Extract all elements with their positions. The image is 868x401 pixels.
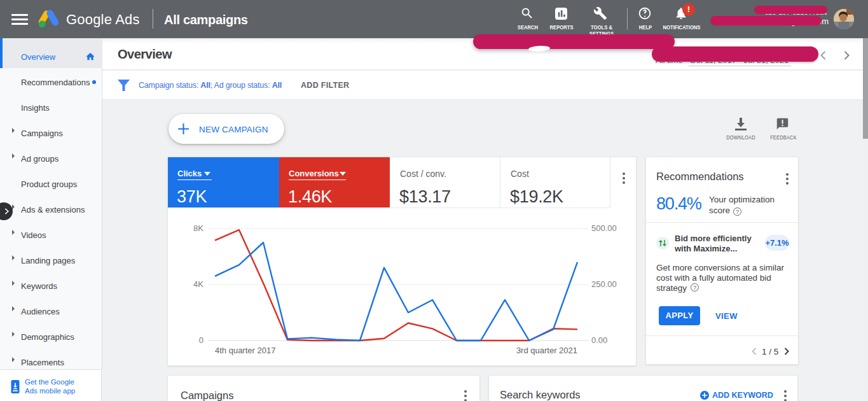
svg-text:4th quarter 2017: 4th quarter 2017 — [215, 346, 275, 355]
svg-text:8K: 8K — [193, 223, 203, 233]
svg-text:4K: 4K — [193, 279, 203, 289]
svg-text:3rd quarter 2021: 3rd quarter 2021 — [516, 346, 577, 355]
svg-text:250.00: 250.00 — [591, 279, 617, 289]
svg-text:500.00: 500.00 — [591, 223, 617, 233]
svg-text:0: 0 — [199, 335, 203, 345]
svg-text:0.00: 0.00 — [591, 335, 607, 345]
